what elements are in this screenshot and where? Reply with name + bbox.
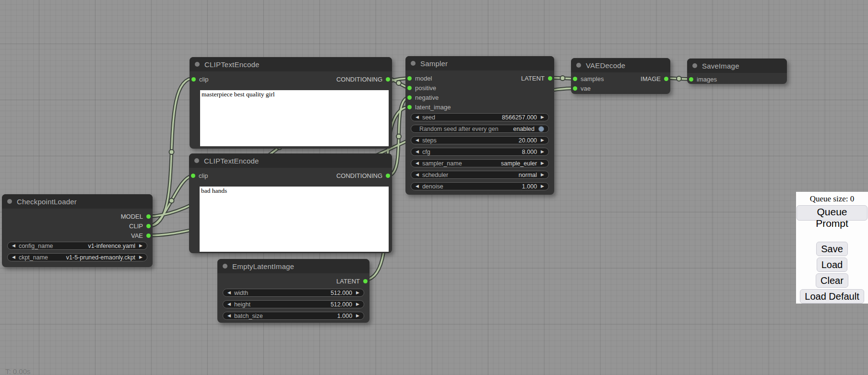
- increment-arrow-icon[interactable]: ▶: [541, 138, 544, 142]
- slot-dot-icon[interactable]: [146, 224, 151, 228]
- node-title-bar[interactable]: CheckpointLoader: [2, 194, 153, 209]
- node-title-bar[interactable]: CLIPTextEncode: [189, 153, 392, 168]
- increment-arrow-icon[interactable]: ▶: [139, 255, 143, 259]
- widget-batch-size[interactable]: ◀ batch_size 1.000 ▶: [223, 312, 364, 320]
- slot-dot-icon[interactable]: [407, 76, 412, 81]
- output-slot-image[interactable]: IMAGE: [641, 75, 668, 82]
- collapse-dot-icon[interactable]: [692, 63, 697, 68]
- node-title-bar[interactable]: Sampler: [405, 56, 554, 70]
- node-title-bar[interactable]: EmptyLatentImage: [217, 259, 369, 273]
- input-slot-model[interactable]: model: [407, 75, 432, 82]
- increment-arrow-icon[interactable]: ▶: [541, 173, 544, 177]
- increment-arrow-icon[interactable]: ▶: [541, 184, 544, 188]
- slot-dot-icon[interactable]: [573, 77, 577, 81]
- input-slot-vae[interactable]: vae: [573, 85, 591, 92]
- increment-arrow-icon[interactable]: ▶: [356, 291, 359, 295]
- widget-ckpt-name[interactable]: ◀ ckpt_name v1-5-pruned-emaonly.ckpt ▶: [7, 253, 147, 261]
- collapse-dot-icon[interactable]: [576, 63, 581, 68]
- widget-seed[interactable]: ◀ seed 8566257.000 ▶: [411, 113, 549, 121]
- node-sampler[interactable]: Sampler model LATENT positive: [405, 56, 554, 195]
- widget-config-name[interactable]: ◀ config_name v1-inference.yaml ▶: [7, 242, 147, 250]
- input-slot-positive[interactable]: positive: [407, 84, 436, 92]
- input-slot-negative[interactable]: negative: [407, 94, 439, 101]
- slot-dot-icon[interactable]: [548, 76, 552, 81]
- slot-dot-icon[interactable]: [146, 214, 151, 219]
- widget-scheduler[interactable]: ◀ scheduler normal ▶: [411, 171, 549, 179]
- widget-random-seed-toggle[interactable]: Random seed after every gen enabled: [411, 125, 549, 133]
- output-slot-model[interactable]: MODEL: [121, 213, 151, 220]
- node-vae-decode[interactable]: VAEDecode samples IMAGE vae: [571, 58, 670, 94]
- slot-dot-icon[interactable]: [191, 174, 195, 178]
- increment-arrow-icon[interactable]: ▶: [541, 150, 544, 154]
- decrement-arrow-icon[interactable]: ◀: [12, 255, 15, 259]
- widget-sampler-name[interactable]: ◀ sampler_name sample_euler ▶: [411, 159, 549, 167]
- load-default-button[interactable]: Load Default: [800, 289, 864, 304]
- queue-prompt-button[interactable]: Queue Prompt: [797, 205, 868, 221]
- decrement-arrow-icon[interactable]: ◀: [227, 291, 231, 295]
- slot-dot-icon[interactable]: [146, 234, 151, 238]
- widget-cfg[interactable]: ◀ cfg 8.000 ▶: [411, 148, 549, 156]
- output-slot-latent[interactable]: LATENT: [521, 75, 552, 82]
- slot-dot-icon[interactable]: [407, 86, 412, 90]
- input-slot-clip[interactable]: clip: [191, 76, 209, 83]
- slot-label: negative: [415, 94, 439, 101]
- negative-prompt-textarea[interactable]: bad hands: [200, 187, 389, 252]
- node-empty-latent-image[interactable]: EmptyLatentImage LATENT ◀ width 512.000 …: [217, 259, 369, 323]
- collapse-dot-icon[interactable]: [7, 199, 12, 204]
- save-button[interactable]: Save: [816, 242, 848, 256]
- output-slot-vae[interactable]: VAE: [131, 232, 151, 239]
- slot-dot-icon[interactable]: [386, 174, 390, 178]
- node-graph-canvas[interactable]: T: 0.00s CLIPTextEncode clip CONDITIONIN…: [0, 0, 868, 375]
- slot-dot-icon[interactable]: [407, 95, 412, 100]
- widget-steps[interactable]: ◀ steps 20.000 ▶: [411, 136, 549, 144]
- slot-dot-icon[interactable]: [363, 279, 368, 283]
- widget-height[interactable]: ◀ height 512.000 ▶: [223, 300, 364, 308]
- slot-dot-icon[interactable]: [386, 77, 390, 82]
- output-slot-clip[interactable]: CLIP: [129, 223, 151, 230]
- slot-dot-icon[interactable]: [573, 86, 577, 91]
- node-title-bar[interactable]: VAEDecode: [571, 58, 670, 72]
- input-slot-samples[interactable]: samples: [573, 75, 604, 82]
- output-slot-latent[interactable]: LATENT: [336, 278, 368, 285]
- decrement-arrow-icon[interactable]: ◀: [416, 173, 419, 177]
- collapse-dot-icon[interactable]: [411, 61, 416, 66]
- node-clip-text-encode-negative[interactable]: CLIPTextEncode clip CONDITIONING bad han…: [189, 153, 392, 253]
- collapse-dot-icon[interactable]: [223, 264, 227, 269]
- increment-arrow-icon[interactable]: ▶: [541, 115, 544, 119]
- decrement-arrow-icon[interactable]: ◀: [416, 115, 419, 119]
- input-slot-latent-image[interactable]: latent_image: [407, 104, 451, 111]
- positive-prompt-textarea[interactable]: masterpiece best quality girl: [200, 90, 389, 146]
- slot-dot-icon[interactable]: [191, 77, 196, 82]
- increment-arrow-icon[interactable]: ▶: [541, 161, 544, 165]
- widget-denoise[interactable]: ◀ denoise 1.000 ▶: [411, 182, 549, 190]
- decrement-arrow-icon[interactable]: ◀: [227, 314, 231, 318]
- input-slot-images[interactable]: images: [689, 76, 717, 83]
- decrement-arrow-icon[interactable]: ◀: [416, 161, 419, 165]
- collapse-dot-icon[interactable]: [195, 62, 200, 67]
- increment-arrow-icon[interactable]: ▶: [356, 314, 359, 318]
- decrement-arrow-icon[interactable]: ◀: [416, 184, 419, 188]
- node-clip-text-encode-positive[interactable]: CLIPTextEncode clip CONDITIONING masterp…: [190, 57, 392, 149]
- clear-button[interactable]: Clear: [816, 273, 848, 288]
- node-checkpoint-loader[interactable]: CheckpointLoader MODEL CLIP VAE: [2, 194, 153, 267]
- decrement-arrow-icon[interactable]: ◀: [416, 150, 419, 154]
- increment-arrow-icon[interactable]: ▶: [356, 302, 359, 306]
- widget-width[interactable]: ◀ width 512.000 ▶: [223, 289, 364, 297]
- node-title-bar[interactable]: SaveImage: [687, 59, 787, 73]
- widget-value: 512.000: [331, 301, 352, 308]
- node-title-bar[interactable]: CLIPTextEncode: [190, 57, 392, 71]
- load-button[interactable]: Load: [817, 258, 848, 272]
- toggle-dot-icon[interactable]: [538, 126, 544, 132]
- increment-arrow-icon[interactable]: ▶: [139, 244, 143, 248]
- node-save-image[interactable]: SaveImage images: [687, 59, 787, 84]
- output-slot-conditioning[interactable]: CONDITIONING: [336, 172, 390, 179]
- decrement-arrow-icon[interactable]: ◀: [416, 138, 419, 142]
- output-slot-conditioning[interactable]: CONDITIONING: [336, 76, 390, 83]
- decrement-arrow-icon[interactable]: ◀: [227, 302, 231, 306]
- decrement-arrow-icon[interactable]: ◀: [12, 244, 15, 248]
- slot-dot-icon[interactable]: [407, 105, 412, 109]
- collapse-dot-icon[interactable]: [194, 158, 199, 163]
- slot-dot-icon[interactable]: [664, 77, 668, 81]
- slot-dot-icon[interactable]: [689, 77, 693, 82]
- input-slot-clip[interactable]: clip: [191, 172, 208, 179]
